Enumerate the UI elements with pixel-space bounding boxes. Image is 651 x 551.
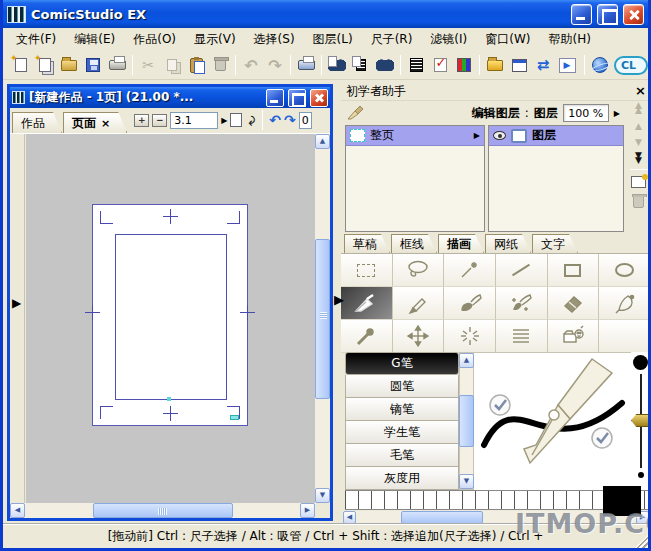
tool-eraser[interactable] [548,287,600,320]
menu-ruler[interactable]: 尺子(R) [362,28,422,51]
slider-handle[interactable] [631,414,650,427]
remove-page-button[interactable]: − [152,114,167,127]
tool-marker[interactable] [393,287,445,320]
tool-parallel-lines[interactable] [496,320,548,353]
tool-pattern-brush[interactable] [496,287,548,320]
scroll-down-button[interactable]: ▼ [315,488,330,503]
web-button[interactable] [588,53,612,77]
scroll-down-button[interactable]: ▼ [459,474,474,489]
scroll-left-button[interactable]: ◀ [10,503,25,518]
delete-layer-button[interactable] [633,196,644,208]
scroll-up-button[interactable]: ▲ [315,134,330,149]
menu-story[interactable]: 作品(O) [124,28,185,51]
opacity-dropdown-icon[interactable]: ▶ [614,109,620,118]
tab-draft[interactable]: 草稿 [344,234,390,253]
save-button[interactable] [81,53,105,77]
horizontal-scroll-thumb[interactable] [93,503,233,518]
page-list-button[interactable] [349,53,373,77]
rotate-right-icon[interactable]: ↷ [284,112,296,128]
tool-focus-lines[interactable] [444,320,496,353]
color-settings-button[interactable] [452,53,476,77]
scroll-thumb[interactable] [459,395,474,447]
left-collapse-strip[interactable]: ▶ [10,134,25,503]
tool-lasso[interactable] [393,254,445,287]
doc-maximize-button[interactable] [288,89,306,107]
menu-filter[interactable]: 滤镜(I) [421,28,476,51]
comic-page[interactable] [92,204,248,426]
document-title-bar[interactable]: [新建作品 - 1页] (21.00 *... [10,87,330,108]
zoom-dropdown-icon[interactable]: ▶ [221,116,227,125]
paste-button[interactable] [184,53,208,77]
scroll-up-button[interactable]: ▲ [459,353,474,368]
menu-select[interactable]: 选择(S) [245,28,304,51]
pen-item-round[interactable]: 圆笔 [345,375,459,398]
tool-pen[interactable] [341,287,393,320]
pen-item-kabura[interactable]: 镝笔 [345,398,459,421]
expand-panel-icon[interactable]: ▶ [334,292,344,307]
pen-item-fude[interactable]: 毛笔 [345,444,459,467]
tool-ink[interactable] [599,287,651,320]
tab-close-icon[interactable]: × [101,117,110,130]
window-mode-button[interactable] [507,53,531,77]
menu-view[interactable]: 显示(V) [185,28,245,51]
scroll-right-button[interactable]: ▶ [300,503,315,518]
delete-button[interactable] [208,53,232,77]
redo-button[interactable]: ↷ [263,53,287,77]
pen-item-school[interactable]: 学生笔 [345,421,459,444]
tool-line[interactable] [496,254,548,287]
minimize-button[interactable] [571,4,592,25]
tool-brush[interactable] [444,287,496,320]
move-top-button[interactable]: ▲▲ [635,103,642,113]
rotate-left-icon[interactable]: ↶ [269,112,281,128]
menu-help[interactable]: 帮助(H) [540,28,600,51]
tool-material[interactable] [548,320,600,353]
tool-ellipse[interactable] [599,254,651,287]
pen-item-g[interactable]: G笔 [345,352,459,375]
tab-text[interactable]: 文字 [532,234,578,253]
tool-move[interactable] [393,320,445,353]
menu-edit[interactable]: 编辑(E) [65,28,124,51]
pen-size-slider[interactable] [631,352,651,490]
open-material-button[interactable] [483,53,507,77]
menu-file[interactable]: 文件(F) [7,28,65,51]
clip-logo[interactable]: CL [614,56,648,75]
tool-magic-wand[interactable] [444,254,496,287]
expand-icon[interactable]: ▶ [474,131,480,140]
page-structure-list[interactable]: 整页 ▶ [345,125,485,232]
cut-button[interactable]: ✂ [136,53,160,77]
new-layer-button[interactable] [631,176,646,188]
new-page-button[interactable]: ✦ [9,53,33,77]
angle-input[interactable]: 0 [299,112,312,129]
doc-minimize-button[interactable] [266,89,284,107]
print-button[interactable] [294,53,318,77]
resize-grip[interactable] [315,503,330,518]
move-up-button[interactable]: ▲ [635,121,642,131]
print-setup-button[interactable] [105,53,129,77]
visibility-eye-icon[interactable] [493,131,506,140]
canvas[interactable] [26,134,315,503]
tab-story[interactable]: 作品 [12,112,62,133]
title-bar[interactable]: ComicStudio EX [3,0,648,28]
move-down-button[interactable]: ▼ [635,137,642,147]
list-item-layer[interactable]: 图层 [489,126,623,146]
pen-item-grayscale[interactable]: 灰度用 [345,467,459,490]
tab-tone[interactable]: 网纸 [485,234,531,253]
zoom-input[interactable] [170,112,218,129]
tab-drawing[interactable]: 描画 [438,234,484,253]
menu-window[interactable]: 窗口(W) [476,28,539,51]
layer-list[interactable]: 图层 [488,125,624,232]
list-view-button[interactable] [404,53,428,77]
material-search-button[interactable] [373,53,397,77]
check-button[interactable]: ✓ [428,53,452,77]
tool-rectangle[interactable] [548,254,600,287]
tool-marquee[interactable] [341,254,393,287]
horizontal-scrollbar[interactable]: ◀ ▶ [10,503,315,518]
tab-page[interactable]: 页面× [63,112,127,133]
panel-close-icon[interactable]: × [633,83,648,98]
undo-button[interactable]: ↶ [239,53,263,77]
list-item-page[interactable]: 整页 ▶ [346,126,484,146]
copy-button[interactable] [160,53,184,77]
move-bottom-button[interactable]: ▼▼ [635,153,642,163]
tab-frame[interactable]: 框线 [391,234,437,253]
story-search-button[interactable] [325,53,349,77]
